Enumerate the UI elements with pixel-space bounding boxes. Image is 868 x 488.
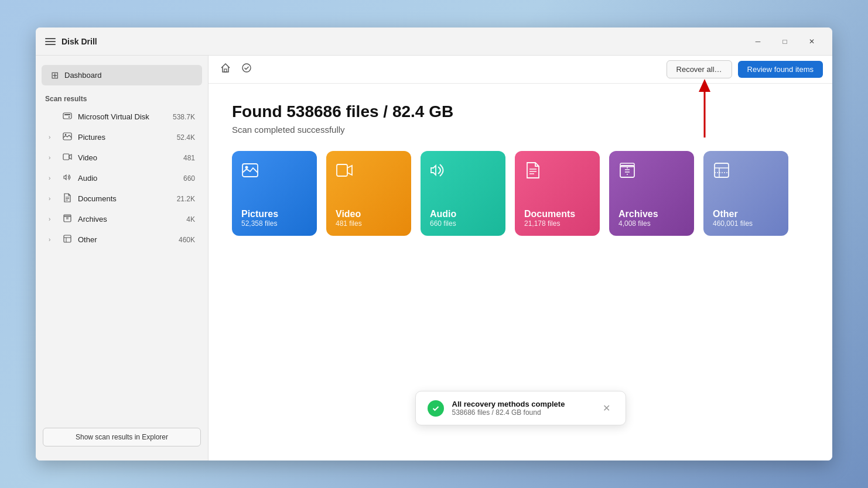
toast-notification: All recovery methods complete 538686 fil… (415, 391, 626, 425)
sidebar-item-pictures[interactable]: › Pictures 52.4K (39, 128, 204, 147)
show-explorer-button[interactable]: Show scan results in Explorer (43, 428, 201, 446)
sidebar-item-count-documents: 21.2K (177, 195, 195, 203)
sidebar-item-label-documents: Documents (78, 194, 172, 203)
card-video-icon (336, 161, 402, 183)
sidebar-item-other[interactable]: › Other 460K (39, 230, 204, 249)
sidebar-item-label-disk: Microsoft Virtual Disk (78, 112, 168, 121)
sidebar-item-count-other: 460K (179, 236, 195, 244)
svg-rect-13 (64, 235, 71, 242)
sidebar-item-count-audio: 660 (183, 174, 195, 183)
sidebar-item-virtual-disk[interactable]: Microsoft Virtual Disk 538.7K (39, 107, 204, 126)
card-pictures-icon (241, 161, 307, 183)
main-content: Found 538686 files / 82.4 GB Scan comple… (209, 84, 832, 460)
dashboard-label: Dashboard (64, 71, 102, 80)
svg-rect-0 (63, 113, 71, 119)
chevron-pictures: › (49, 134, 57, 140)
arrow-annotation (687, 79, 722, 138)
toast-title: All recovery methods complete (452, 400, 591, 408)
card-archives[interactable]: Archives 4,008 files (609, 151, 694, 236)
archives-icon (61, 214, 73, 225)
card-archives-count: 4,008 files (618, 219, 685, 228)
close-button[interactable]: ✕ (798, 32, 825, 51)
svg-marker-19 (699, 79, 710, 92)
sidebar-item-count-disk: 538.7K (173, 113, 195, 121)
sidebar-item-label-video: Video (78, 153, 179, 162)
toast-text: All recovery methods complete 538686 fil… (452, 400, 591, 417)
maximize-button[interactable]: □ (771, 32, 798, 51)
sidebar-item-label-other: Other (78, 235, 174, 244)
title-bar-controls: ─ □ ✕ (744, 32, 825, 51)
toast-subtitle: 538686 files / 82.4 GB found (452, 408, 591, 417)
card-documents-count: 21,178 files (524, 219, 590, 228)
chevron-documents: › (49, 195, 57, 202)
card-other-icon (713, 161, 779, 183)
svg-point-17 (242, 64, 251, 72)
card-video-count: 481 files (336, 219, 402, 228)
title-bar: Disk Drill ─ □ ✕ (36, 28, 832, 56)
svg-rect-27 (620, 163, 634, 167)
card-other-name: Other (713, 209, 779, 219)
card-other[interactable]: Other 460,001 files (703, 151, 788, 236)
documents-icon (61, 193, 73, 204)
card-video[interactable]: Video 481 files (326, 151, 411, 236)
card-audio-icon (430, 161, 496, 183)
card-other-count: 460,001 files (713, 219, 779, 228)
sidebar-item-count-video: 481 (183, 154, 195, 162)
card-audio-name: Audio (430, 209, 496, 219)
sidebar-section-label: Scan results (36, 88, 208, 106)
found-title: Found 538686 files / 82.4 GB (232, 102, 809, 121)
audio-icon (61, 173, 73, 184)
card-pictures-name: Pictures (241, 209, 307, 219)
video-icon (61, 152, 73, 163)
toast-success-icon (428, 400, 444, 417)
main-layout: ⊞ Dashboard Scan results Microsoft Virtu… (36, 56, 832, 460)
chevron-video: › (49, 154, 57, 161)
sidebar-item-label-archives: Archives (78, 215, 182, 224)
card-archives-icon (618, 161, 685, 183)
sidebar-item-archives[interactable]: › Archives 4K (39, 209, 204, 229)
sidebar-item-count-pictures: 52.4K (177, 133, 195, 142)
pictures-icon (61, 132, 73, 143)
dashboard-icon: ⊞ (51, 70, 59, 81)
card-archives-name: Archives (618, 209, 685, 219)
svg-rect-32 (715, 163, 729, 177)
card-documents-icon (524, 161, 590, 183)
sidebar-item-video[interactable]: › Video 481 (39, 148, 204, 167)
sidebar-item-count-archives: 4K (186, 215, 195, 224)
sidebar-footer: Show scan results in Explorer (36, 421, 208, 453)
review-found-button[interactable]: Review found items (738, 61, 823, 78)
card-video-name: Video (336, 209, 402, 219)
card-audio-count: 660 files (430, 219, 496, 228)
sidebar-item-audio[interactable]: › Audio 660 (39, 169, 204, 188)
minimize-button[interactable]: ─ (744, 32, 771, 51)
check-circle-icon (239, 60, 254, 78)
home-icon[interactable] (218, 60, 233, 78)
cards-row: Pictures 52,358 files (232, 151, 809, 236)
recover-all-button[interactable]: Recover all… (667, 60, 732, 78)
toast-close-button[interactable]: ✕ (599, 401, 614, 415)
sidebar-item-documents[interactable]: › Documents 21.2K (39, 189, 204, 208)
svg-rect-5 (63, 154, 69, 160)
card-pictures-count: 52,358 files (241, 219, 307, 228)
app-window: Disk Drill ─ □ ✕ ⊞ Dashboard Scan result… (36, 28, 832, 460)
card-documents[interactable]: Documents 21,178 files (515, 151, 600, 236)
sidebar: ⊞ Dashboard Scan results Microsoft Virtu… (36, 56, 209, 460)
svg-rect-22 (337, 164, 347, 176)
title-bar-left: Disk Drill (45, 37, 97, 46)
other-icon (61, 234, 73, 245)
card-audio[interactable]: Audio 660 files (421, 151, 505, 236)
svg-rect-1 (64, 114, 70, 115)
svg-point-4 (65, 134, 67, 136)
scan-status: Scan completed successfully (232, 125, 809, 135)
svg-point-21 (245, 166, 248, 169)
sidebar-item-label-pictures: Pictures (78, 133, 172, 142)
chevron-other: › (49, 236, 57, 243)
card-documents-name: Documents (524, 209, 590, 219)
card-pictures[interactable]: Pictures 52,358 files (232, 151, 317, 236)
chevron-audio: › (49, 175, 57, 181)
hamburger-icon[interactable] (45, 38, 56, 45)
content-area: Recover all… Review found items Found 53… (209, 56, 832, 460)
chevron-archives: › (49, 216, 57, 222)
sidebar-dashboard[interactable]: ⊞ Dashboard (42, 65, 202, 85)
app-title: Disk Drill (61, 37, 97, 46)
